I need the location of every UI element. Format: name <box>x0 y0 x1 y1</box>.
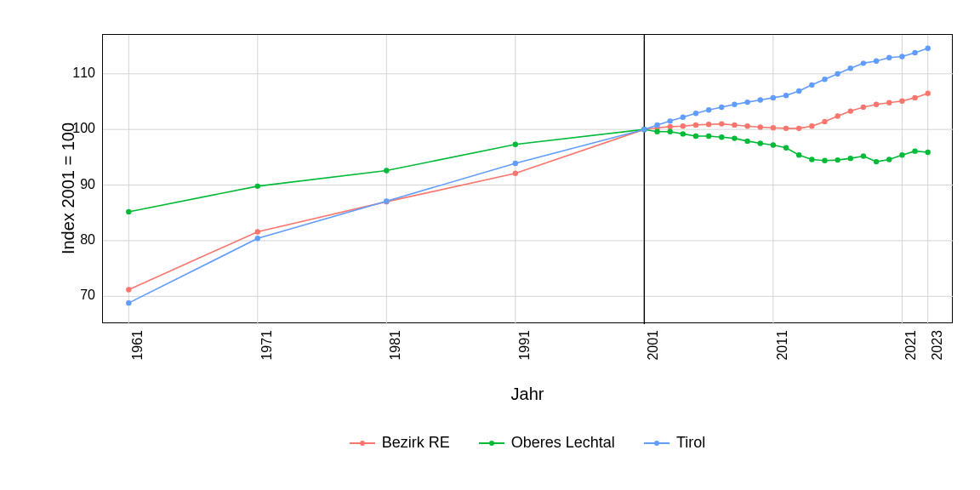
svg-point-72 <box>641 127 647 132</box>
svg-point-58 <box>809 157 814 162</box>
svg-point-36 <box>874 102 879 107</box>
svg-point-41 <box>126 209 131 214</box>
svg-point-51 <box>719 134 724 140</box>
legend-item: Oberes Lechtal <box>479 434 615 452</box>
svg-point-81 <box>758 97 763 102</box>
legend-key-icon <box>479 437 504 449</box>
legend-key-icon <box>644 437 669 449</box>
svg-point-86 <box>822 77 827 82</box>
svg-point-78 <box>719 105 724 110</box>
svg-point-60 <box>835 157 840 162</box>
svg-point-68 <box>126 300 131 305</box>
svg-point-54 <box>758 140 763 145</box>
svg-point-89 <box>861 60 866 66</box>
legend-label: Tirol <box>676 434 705 452</box>
y-tick-label: 80 <box>10 232 95 248</box>
svg-point-57 <box>796 152 801 157</box>
y-tick-label: 110 <box>10 66 95 81</box>
x-tick-label: 1991 <box>517 330 533 381</box>
svg-point-80 <box>744 100 749 105</box>
svg-point-43 <box>384 168 389 173</box>
x-tick-label: 2023 <box>930 330 945 381</box>
svg-point-52 <box>732 135 737 140</box>
svg-point-24 <box>719 121 724 126</box>
svg-point-44 <box>513 142 518 147</box>
x-tick-label: 2021 <box>903 330 919 381</box>
svg-point-82 <box>771 95 776 100</box>
svg-point-67 <box>925 150 930 155</box>
svg-point-53 <box>744 139 749 144</box>
chart-figure: Index 2001 = 100 Jahr 708090100110 19611… <box>0 0 980 490</box>
svg-point-79 <box>732 102 737 107</box>
svg-point-31 <box>809 123 814 128</box>
svg-point-59 <box>822 158 827 163</box>
svg-point-23 <box>706 122 711 127</box>
svg-point-47 <box>667 129 672 134</box>
svg-point-56 <box>783 145 789 151</box>
svg-point-66 <box>912 148 917 153</box>
svg-point-21 <box>681 123 686 128</box>
svg-point-93 <box>912 50 917 55</box>
svg-point-32 <box>822 119 827 124</box>
svg-point-84 <box>796 88 801 94</box>
legend-label: Oberes Lechtal <box>511 434 615 452</box>
svg-point-38 <box>899 99 904 104</box>
plot-panel <box>102 34 953 323</box>
svg-point-28 <box>771 125 776 130</box>
svg-point-55 <box>771 142 776 147</box>
svg-point-65 <box>899 152 904 157</box>
svg-point-62 <box>861 153 866 158</box>
svg-point-29 <box>783 126 789 131</box>
x-tick-label: 2011 <box>775 330 790 381</box>
svg-point-49 <box>693 134 698 139</box>
svg-point-42 <box>255 184 260 189</box>
svg-point-40 <box>925 90 930 95</box>
x-tick-label: 1971 <box>259 330 275 381</box>
svg-point-17 <box>513 171 518 176</box>
svg-point-92 <box>899 54 904 59</box>
legend-item: Bezirk RE <box>350 434 450 452</box>
y-tick-label: 100 <box>10 121 95 136</box>
svg-point-50 <box>706 134 711 139</box>
legend: Bezirk RE Oberes Lechtal Tirol <box>102 434 953 452</box>
x-tick-label: 1981 <box>388 330 403 381</box>
svg-point-20 <box>667 124 672 129</box>
svg-point-63 <box>874 159 879 164</box>
svg-point-34 <box>848 108 853 113</box>
svg-point-94 <box>925 45 930 50</box>
svg-point-70 <box>384 198 389 203</box>
svg-point-64 <box>886 157 892 162</box>
svg-point-85 <box>809 83 814 88</box>
svg-point-22 <box>693 122 698 128</box>
svg-point-76 <box>693 111 698 116</box>
svg-point-61 <box>848 156 853 161</box>
svg-point-77 <box>706 107 711 112</box>
svg-point-33 <box>835 113 840 118</box>
svg-point-25 <box>732 122 737 128</box>
legend-label: Bezirk RE <box>382 434 450 452</box>
svg-point-30 <box>796 126 801 131</box>
svg-point-48 <box>681 131 686 136</box>
x-tick-label: 1961 <box>130 330 145 381</box>
svg-point-26 <box>744 123 749 128</box>
y-tick-label: 70 <box>10 288 95 303</box>
svg-point-75 <box>681 115 686 120</box>
svg-point-35 <box>861 105 866 110</box>
svg-point-27 <box>758 124 763 129</box>
svg-point-37 <box>886 100 892 105</box>
svg-point-71 <box>513 161 518 166</box>
svg-point-83 <box>783 93 789 98</box>
svg-point-87 <box>835 71 840 77</box>
x-tick-label: 2001 <box>646 330 661 381</box>
svg-point-74 <box>667 118 672 123</box>
svg-point-73 <box>654 122 659 128</box>
legend-key-icon <box>350 437 375 449</box>
svg-point-46 <box>654 129 659 134</box>
svg-point-39 <box>912 95 917 100</box>
svg-point-90 <box>874 59 879 64</box>
svg-point-91 <box>886 55 892 60</box>
plot-svg <box>103 35 954 324</box>
legend-item: Tirol <box>644 434 705 452</box>
svg-point-14 <box>126 287 131 292</box>
svg-point-88 <box>848 66 853 71</box>
